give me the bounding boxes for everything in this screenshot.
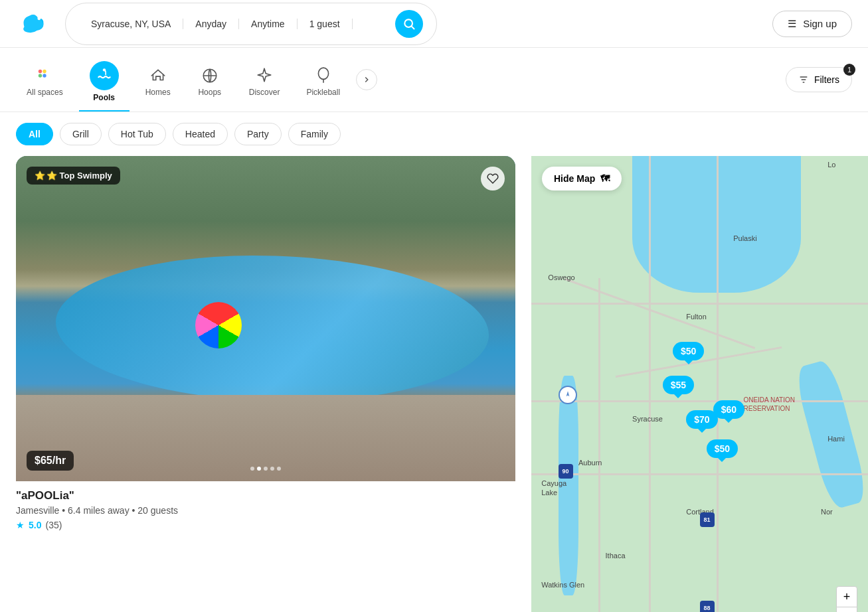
- map-background: Pulaski Oswego Fulton Syracuse Auburn Co…: [531, 156, 868, 612]
- paddle-icon: [314, 66, 333, 85]
- map-label-auburn: Auburn: [578, 459, 602, 467]
- hide-map-label: Hide Map: [554, 173, 595, 184]
- map-label-syracuse: Syracuse: [632, 415, 663, 423]
- map-container: Pulaski Oswego Fulton Syracuse Auburn Co…: [531, 156, 868, 612]
- logo[interactable]: [16, 7, 49, 40]
- map-road: [531, 473, 868, 475]
- map-road: [649, 156, 651, 612]
- sidebar-item-hoops[interactable]: Hoops: [187, 61, 233, 106]
- category-label: Discover: [249, 88, 280, 97]
- sidebar-item-homes[interactable]: Homes: [135, 61, 181, 106]
- map-price-4[interactable]: $60: [713, 400, 744, 419]
- duck-logo-icon: [16, 7, 49, 40]
- dot-1: [250, 467, 254, 471]
- category-label: All spaces: [27, 88, 63, 97]
- compass-icon: [563, 390, 572, 400]
- basketball-icon: [201, 66, 219, 85]
- listing-info: "aPOOLia" Jamesville • 6.4 miles away • …: [16, 481, 515, 538]
- map-compass-icon: [559, 386, 577, 404]
- interstate-badge-90: 90: [559, 464, 573, 479]
- category-label: Hoops: [198, 88, 221, 97]
- map-price-1[interactable]: $50: [673, 342, 704, 360]
- map-label-ithaca: Ithaca: [606, 552, 626, 560]
- map-price-2[interactable]: $55: [663, 376, 694, 394]
- svg-point-6: [103, 68, 106, 71]
- listing-image: ⭐ ⭐ Top Swimply $65/hr: [16, 156, 515, 481]
- signup-button[interactable]: ☰ Sign up: [772, 11, 852, 37]
- interstate-badge-88: 88: [700, 601, 715, 612]
- map-panel: Pulaski Oswego Fulton Syracuse Auburn Co…: [531, 156, 868, 612]
- search-bar[interactable]: Syracuse, NY, USA Anyday Anytime 1 guest: [65, 3, 437, 45]
- pool-icon: [90, 61, 119, 90]
- heart-icon: [487, 173, 499, 185]
- filters-button[interactable]: Filters 1: [786, 67, 852, 92]
- pool-ball: [195, 302, 242, 348]
- listing-card[interactable]: ⭐ ⭐ Top Swimply $65/hr: [16, 156, 515, 538]
- listing-meta: Jamesville • 6.4 miles away • 20 guests: [16, 505, 515, 516]
- svg-point-8: [318, 68, 328, 79]
- listing-distance: 6.4 miles away: [68, 505, 130, 516]
- map-road: [598, 278, 600, 612]
- header: Syracuse, NY, USA Anyday Anytime 1 guest…: [0, 0, 868, 48]
- guests-field[interactable]: 1 guest: [298, 19, 353, 29]
- search-button[interactable]: [395, 10, 423, 38]
- dot-2: [257, 467, 261, 471]
- chevron-right-icon: [362, 75, 371, 84]
- dot-3: [264, 467, 268, 471]
- map-label-hami: Hami: [827, 435, 845, 443]
- map-label-fulton: Fulton: [686, 313, 707, 321]
- day-field[interactable]: Anyday: [183, 19, 239, 29]
- listing-title: "aPOOLia": [16, 489, 515, 502]
- svg-point-2: [39, 70, 42, 73]
- header-right: ☰ Sign up: [772, 11, 852, 37]
- map-price-3[interactable]: $70: [686, 410, 717, 429]
- filter-icon: [798, 74, 809, 85]
- svg-point-5: [43, 74, 46, 77]
- tag-hot-tub[interactable]: Hot Tub: [108, 123, 166, 145]
- sidebar-item-discover[interactable]: Discover: [238, 61, 291, 106]
- favorite-button[interactable]: [481, 167, 505, 191]
- location-field[interactable]: Syracuse, NY, USA: [79, 19, 183, 29]
- star-icon: ⭐: [35, 171, 45, 181]
- category-label: Homes: [145, 88, 171, 97]
- map-label-nor: Nor: [821, 508, 833, 516]
- map-label-oswego: Oswego: [548, 273, 574, 281]
- map-label-watkins-glen: Watkins Glen: [541, 581, 584, 589]
- map-label-oneida: ONEIDA NATIONRESERVATION: [743, 396, 795, 413]
- top-swimply-badge: ⭐ ⭐ Top Swimply: [27, 167, 120, 185]
- review-count: (35): [45, 520, 62, 530]
- main-layout: ⭐ ⭐ Top Swimply $65/hr: [0, 156, 868, 612]
- categories-next-button[interactable]: [356, 69, 377, 90]
- listing-separator2: •: [132, 505, 138, 516]
- map-road: [531, 400, 868, 402]
- tag-all[interactable]: All: [16, 123, 53, 145]
- tag-heated[interactable]: Heated: [173, 123, 228, 145]
- tag-party[interactable]: Party: [234, 123, 282, 145]
- map-price-5[interactable]: $50: [707, 439, 738, 458]
- map-road: [717, 156, 719, 612]
- svg-point-4: [39, 74, 42, 77]
- map-zoom-in-button[interactable]: +: [836, 586, 857, 607]
- sidebar-item-all-spaces[interactable]: All spaces: [16, 61, 74, 106]
- time-field[interactable]: Anytime: [239, 19, 298, 29]
- map-label-cayuga: CayugaLake: [541, 479, 566, 498]
- tag-grill[interactable]: Grill: [60, 123, 102, 145]
- category-label: Pickleball: [306, 88, 340, 97]
- map-icon: 🗺: [600, 173, 610, 184]
- hide-map-button[interactable]: Hide Map 🗺: [542, 167, 622, 191]
- category-label: Pools: [93, 93, 115, 102]
- sidebar-item-pools[interactable]: Pools: [79, 56, 130, 112]
- grid-icon: [35, 66, 54, 85]
- listing-separator: •: [62, 505, 68, 516]
- tag-family[interactable]: Family: [288, 123, 341, 145]
- listing-rating: ★ 5.0 (35): [16, 520, 515, 530]
- listings-panel: ⭐ ⭐ Top Swimply $65/hr: [0, 156, 531, 612]
- sidebar-item-pickleball[interactable]: Pickleball: [296, 61, 351, 106]
- search-icon: [402, 17, 416, 31]
- category-nav: All spaces Pools Homes: [0, 48, 868, 112]
- dot-5: [277, 467, 281, 471]
- map-zoom-out-button[interactable]: −: [836, 607, 857, 612]
- interstate-badge-81: 81: [700, 512, 715, 527]
- tag-filters: All Grill Hot Tub Heated Party Family: [0, 112, 868, 156]
- listing-location: Jamesville: [16, 505, 59, 516]
